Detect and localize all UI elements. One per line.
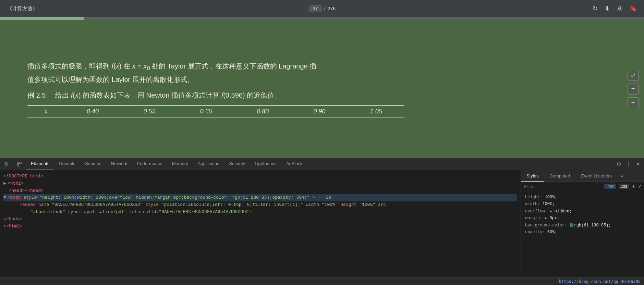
refresh-icon[interactable]: ↻: [593, 5, 598, 12]
styles-expand-button[interactable]: ⤢: [638, 184, 641, 189]
svg-rect-2: [17, 164, 19, 166]
devtools-cursor-icon[interactable]: [1, 159, 12, 170]
table-cell: 0.65: [178, 106, 234, 117]
devtools: Elements Console Sources Network Perform…: [0, 158, 644, 285]
styles-panel: Styles Computed Event Listeners » :hov .…: [521, 170, 644, 277]
html-line-embed-src: "about:blank" type="application/pdf" int…: [3, 209, 517, 216]
pdf-scroll-indicator: [0, 17, 84, 20]
styles-panel-tabs: Styles Computed Event Listeners »: [521, 170, 644, 182]
devtools-more-icon[interactable]: ⋮: [623, 159, 633, 169]
style-line-width: width: 100%;: [525, 201, 640, 208]
pdf-content: 插值多项式的极限，即得到 f(x) 在 x = x0 处的 Taylor 展开式…: [0, 20, 644, 158]
tab-adblock[interactable]: AdBlock: [281, 158, 307, 170]
tab-lighthouse[interactable]: Lighthouse: [250, 158, 281, 170]
pdf-toolbar: 《计算方法》 / 276 ↻ ⬇ 🖨 🔖: [0, 0, 644, 17]
tab-security[interactable]: Security: [224, 158, 250, 170]
table-header-row: x 0.40 0.55 0.65 0.80 0.90 1.05: [27, 106, 404, 117]
pdf-paragraph1: 插值多项式的极限，即得到 f(x) 在 x = x0 处的 Taylor 展开式…: [27, 60, 404, 85]
styles-add-button[interactable]: +: [632, 183, 635, 189]
styles-tab-computed[interactable]: Computed: [544, 170, 575, 182]
svg-rect-0: [17, 162, 19, 164]
style-line-margin: margin: ▶ 0px;: [525, 215, 640, 222]
styles-content: height: 100%; width: 100%; overflow: ▶ h…: [521, 191, 644, 277]
table-header-x: x: [27, 106, 64, 117]
table-cell: 0.90: [291, 106, 348, 117]
pdf-page-input[interactable]: [308, 5, 322, 12]
tab-memory[interactable]: Memory: [167, 158, 193, 170]
download-icon[interactable]: ⬇: [605, 5, 610, 12]
html-line-embed: <embed name="9A5E57AFB8C78C50D8A7A954A7D…: [3, 201, 517, 209]
pdf-total-pages: 276: [328, 6, 336, 11]
styles-hov-button[interactable]: :hov: [604, 184, 616, 189]
zoom-out-button[interactable]: −: [628, 97, 639, 108]
devtools-undock-icon[interactable]: ✕: [633, 159, 643, 169]
pdf-page-separator: /: [324, 6, 326, 11]
styles-cls-button[interactable]: .cls: [619, 184, 629, 189]
devtools-main: <!DOCTYPE html> ▶<html> <head></head> ▼<…: [0, 170, 644, 277]
print-icon[interactable]: 🖨: [617, 5, 623, 12]
tab-sources[interactable]: Sources: [80, 158, 106, 170]
tab-console[interactable]: Console: [54, 158, 80, 170]
tab-elements[interactable]: Elements: [26, 158, 54, 170]
html-line-head: <head></head>: [3, 187, 517, 195]
pdf-table-section: x 0.40 0.55 0.65 0.80 0.90 1.05: [27, 105, 404, 117]
style-line-overflow: overflow: ▶ hidden;: [525, 208, 640, 215]
zoom-in-button[interactable]: +: [628, 84, 639, 95]
devtools-settings-icon[interactable]: ⚙: [614, 159, 623, 169]
styles-tab-more[interactable]: »: [617, 170, 627, 182]
styles-tab-styles[interactable]: Styles: [521, 170, 544, 182]
zoom-controls: ⤢ + −: [628, 70, 639, 108]
html-panel: <!DOCTYPE html> ▶<html> <head></head> ▼<…: [0, 170, 521, 277]
statusbar: https://blog.csdn.net/qq_46106285: [0, 277, 644, 285]
table-cell: 0.55: [121, 106, 178, 117]
pdf-page-nav: / 276: [308, 5, 336, 12]
styles-filter-bar: :hov .cls + ⤢: [521, 182, 644, 191]
table-cell: 0.40: [64, 106, 121, 117]
html-line-body-close: </body>: [3, 216, 517, 223]
html-line-html-close: </html>: [3, 223, 517, 230]
fit-screen-button[interactable]: ⤢: [628, 70, 639, 81]
bookmark-icon[interactable]: 🔖: [630, 5, 637, 12]
svg-rect-1: [20, 162, 21, 164]
styles-filter-input[interactable]: [524, 184, 602, 189]
styles-tab-event-listeners[interactable]: Event Listeners: [575, 170, 617, 182]
color-swatch[interactable]: [570, 223, 573, 227]
style-line-opacity: opacity: 50%;: [525, 229, 640, 236]
devtools-inspect-icon[interactable]: [14, 159, 25, 170]
style-line-background: background-color: rgb(61 130 85);: [525, 222, 640, 229]
table-cell: 0.80: [234, 106, 291, 117]
tab-performance[interactable]: Performance: [132, 158, 167, 170]
html-line-html-open: ▶<html>: [3, 180, 517, 187]
pdf-table: x 0.40 0.55 0.65 0.80 0.90 1.05: [27, 105, 404, 117]
pdf-example-line: 例 2.5 给出 f(x) 的函数表如下表，用 Newton 插值多项式计算 f…: [27, 89, 404, 101]
statusbar-url: https://blog.csdn.net/qq_46106285: [559, 279, 641, 284]
tab-network[interactable]: Network: [106, 158, 132, 170]
pdf-title: 《计算方法》: [7, 5, 38, 12]
pdf-text-area: 插值多项式的极限，即得到 f(x) 在 x = x0 处的 Taylor 展开式…: [27, 60, 404, 117]
tab-application[interactable]: Application: [193, 158, 224, 170]
style-line-height: height: 100%;: [525, 194, 640, 201]
devtools-tabbar: Elements Console Sources Network Perform…: [0, 158, 644, 170]
html-line-body[interactable]: ▼<body style="height: 100%;width: 100%;o…: [3, 194, 517, 201]
pdf-toolbar-icons: ↻ ⬇ 🖨 🔖: [593, 5, 637, 12]
pdf-scroll-bar[interactable]: [0, 17, 644, 20]
html-line-doctype: <!DOCTYPE html>: [3, 173, 517, 180]
table-cell: 1.05: [348, 106, 404, 117]
